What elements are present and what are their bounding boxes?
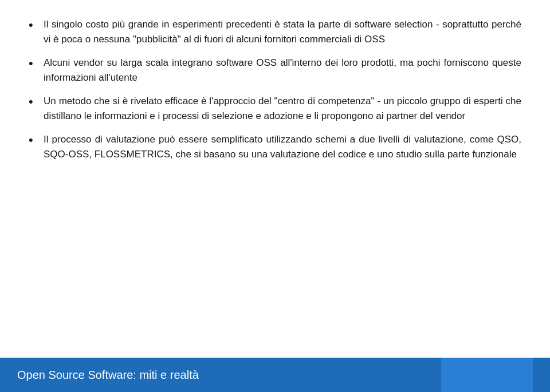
bullet-dot-4: • bbox=[29, 132, 40, 149]
slide-container: • Il singolo costo più grande in esperim… bbox=[0, 0, 550, 392]
list-item: • Il singolo costo più grande in esperim… bbox=[29, 17, 521, 46]
list-item: • Alcuni vendor su larga scala integrano… bbox=[29, 56, 521, 85]
bullet-text-4: Il processo di valutazione può essere se… bbox=[44, 132, 521, 161]
bullet-dot-2: • bbox=[29, 56, 40, 72]
bullet-text-3: Un metodo che si è rivelato efficace è l… bbox=[44, 94, 521, 123]
slide-footer: Open Source Software: miti e realtà bbox=[0, 358, 550, 392]
list-item: • Un metodo che si è rivelato efficace è… bbox=[29, 94, 521, 123]
list-item: • Il processo di valutazione può essere … bbox=[29, 132, 521, 161]
footer-right-decoration bbox=[441, 358, 533, 392]
bullet-list: • Il singolo costo più grande in esperim… bbox=[29, 17, 521, 171]
footer-title: Open Source Software: miti e realtà bbox=[17, 369, 199, 382]
bullet-dot-3: • bbox=[29, 94, 40, 110]
bullet-text-2: Alcuni vendor su larga scala integrano s… bbox=[44, 56, 521, 85]
bullet-dot-1: • bbox=[29, 17, 40, 34]
slide-content: • Il singolo costo più grande in esperim… bbox=[0, 0, 550, 358]
bullet-text-1: Il singolo costo più grande in esperimen… bbox=[44, 17, 521, 46]
